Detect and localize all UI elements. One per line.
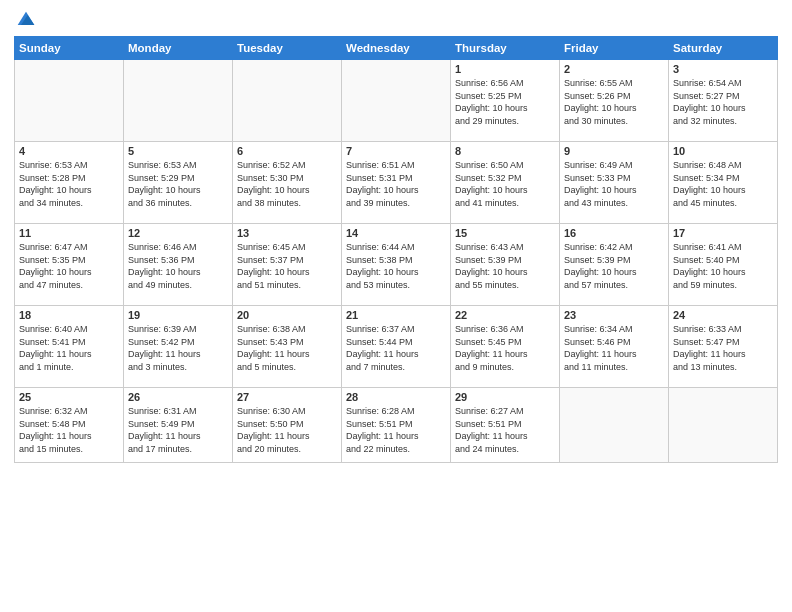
day-number: 23 [564, 309, 664, 321]
day-number: 16 [564, 227, 664, 239]
calendar-cell: 5Sunrise: 6:53 AM Sunset: 5:29 PM Daylig… [124, 142, 233, 224]
day-number: 9 [564, 145, 664, 157]
calendar-cell: 7Sunrise: 6:51 AM Sunset: 5:31 PM Daylig… [342, 142, 451, 224]
weekday-monday: Monday [124, 37, 233, 60]
day-number: 15 [455, 227, 555, 239]
day-info: Sunrise: 6:34 AM Sunset: 5:46 PM Dayligh… [564, 323, 664, 373]
day-info: Sunrise: 6:53 AM Sunset: 5:28 PM Dayligh… [19, 159, 119, 209]
day-number: 12 [128, 227, 228, 239]
calendar-cell: 18Sunrise: 6:40 AM Sunset: 5:41 PM Dayli… [15, 306, 124, 388]
day-number: 8 [455, 145, 555, 157]
day-info: Sunrise: 6:49 AM Sunset: 5:33 PM Dayligh… [564, 159, 664, 209]
calendar-cell: 27Sunrise: 6:30 AM Sunset: 5:50 PM Dayli… [233, 388, 342, 463]
day-number: 13 [237, 227, 337, 239]
calendar-cell: 16Sunrise: 6:42 AM Sunset: 5:39 PM Dayli… [560, 224, 669, 306]
day-info: Sunrise: 6:39 AM Sunset: 5:42 PM Dayligh… [128, 323, 228, 373]
weekday-saturday: Saturday [669, 37, 778, 60]
calendar-cell: 8Sunrise: 6:50 AM Sunset: 5:32 PM Daylig… [451, 142, 560, 224]
day-info: Sunrise: 6:37 AM Sunset: 5:44 PM Dayligh… [346, 323, 446, 373]
calendar-cell [560, 388, 669, 463]
day-number: 27 [237, 391, 337, 403]
day-info: Sunrise: 6:48 AM Sunset: 5:34 PM Dayligh… [673, 159, 773, 209]
day-info: Sunrise: 6:38 AM Sunset: 5:43 PM Dayligh… [237, 323, 337, 373]
calendar-cell: 1Sunrise: 6:56 AM Sunset: 5:25 PM Daylig… [451, 60, 560, 142]
day-info: Sunrise: 6:45 AM Sunset: 5:37 PM Dayligh… [237, 241, 337, 291]
day-info: Sunrise: 6:50 AM Sunset: 5:32 PM Dayligh… [455, 159, 555, 209]
calendar-cell: 29Sunrise: 6:27 AM Sunset: 5:51 PM Dayli… [451, 388, 560, 463]
day-info: Sunrise: 6:55 AM Sunset: 5:26 PM Dayligh… [564, 77, 664, 127]
logo [14, 10, 36, 30]
calendar-cell: 24Sunrise: 6:33 AM Sunset: 5:47 PM Dayli… [669, 306, 778, 388]
calendar-cell: 23Sunrise: 6:34 AM Sunset: 5:46 PM Dayli… [560, 306, 669, 388]
day-number: 21 [346, 309, 446, 321]
weekday-friday: Friday [560, 37, 669, 60]
weekday-header-row: SundayMondayTuesdayWednesdayThursdayFrid… [15, 37, 778, 60]
week-row-2: 4Sunrise: 6:53 AM Sunset: 5:28 PM Daylig… [15, 142, 778, 224]
day-info: Sunrise: 6:33 AM Sunset: 5:47 PM Dayligh… [673, 323, 773, 373]
day-number: 26 [128, 391, 228, 403]
day-info: Sunrise: 6:52 AM Sunset: 5:30 PM Dayligh… [237, 159, 337, 209]
day-number: 11 [19, 227, 119, 239]
day-number: 28 [346, 391, 446, 403]
calendar-cell: 12Sunrise: 6:46 AM Sunset: 5:36 PM Dayli… [124, 224, 233, 306]
header [14, 10, 778, 30]
day-number: 22 [455, 309, 555, 321]
calendar-table: SundayMondayTuesdayWednesdayThursdayFrid… [14, 36, 778, 463]
day-info: Sunrise: 6:46 AM Sunset: 5:36 PM Dayligh… [128, 241, 228, 291]
day-number: 5 [128, 145, 228, 157]
calendar-cell [342, 60, 451, 142]
day-number: 10 [673, 145, 773, 157]
calendar-cell: 15Sunrise: 6:43 AM Sunset: 5:39 PM Dayli… [451, 224, 560, 306]
day-info: Sunrise: 6:40 AM Sunset: 5:41 PM Dayligh… [19, 323, 119, 373]
day-number: 4 [19, 145, 119, 157]
day-info: Sunrise: 6:32 AM Sunset: 5:48 PM Dayligh… [19, 405, 119, 455]
calendar-cell: 25Sunrise: 6:32 AM Sunset: 5:48 PM Dayli… [15, 388, 124, 463]
day-number: 24 [673, 309, 773, 321]
week-row-4: 18Sunrise: 6:40 AM Sunset: 5:41 PM Dayli… [15, 306, 778, 388]
calendar-cell [233, 60, 342, 142]
calendar-cell: 6Sunrise: 6:52 AM Sunset: 5:30 PM Daylig… [233, 142, 342, 224]
day-info: Sunrise: 6:27 AM Sunset: 5:51 PM Dayligh… [455, 405, 555, 455]
day-info: Sunrise: 6:47 AM Sunset: 5:35 PM Dayligh… [19, 241, 119, 291]
day-number: 29 [455, 391, 555, 403]
day-info: Sunrise: 6:28 AM Sunset: 5:51 PM Dayligh… [346, 405, 446, 455]
calendar-cell: 19Sunrise: 6:39 AM Sunset: 5:42 PM Dayli… [124, 306, 233, 388]
day-number: 3 [673, 63, 773, 75]
day-info: Sunrise: 6:56 AM Sunset: 5:25 PM Dayligh… [455, 77, 555, 127]
page-container: SundayMondayTuesdayWednesdayThursdayFrid… [0, 0, 792, 469]
calendar-cell: 26Sunrise: 6:31 AM Sunset: 5:49 PM Dayli… [124, 388, 233, 463]
day-number: 19 [128, 309, 228, 321]
day-info: Sunrise: 6:41 AM Sunset: 5:40 PM Dayligh… [673, 241, 773, 291]
week-row-1: 1Sunrise: 6:56 AM Sunset: 5:25 PM Daylig… [15, 60, 778, 142]
day-info: Sunrise: 6:42 AM Sunset: 5:39 PM Dayligh… [564, 241, 664, 291]
weekday-wednesday: Wednesday [342, 37, 451, 60]
calendar-cell [124, 60, 233, 142]
day-number: 14 [346, 227, 446, 239]
day-number: 6 [237, 145, 337, 157]
weekday-sunday: Sunday [15, 37, 124, 60]
weekday-thursday: Thursday [451, 37, 560, 60]
day-info: Sunrise: 6:43 AM Sunset: 5:39 PM Dayligh… [455, 241, 555, 291]
calendar-cell: 17Sunrise: 6:41 AM Sunset: 5:40 PM Dayli… [669, 224, 778, 306]
week-row-5: 25Sunrise: 6:32 AM Sunset: 5:48 PM Dayli… [15, 388, 778, 463]
day-info: Sunrise: 6:54 AM Sunset: 5:27 PM Dayligh… [673, 77, 773, 127]
calendar-cell: 28Sunrise: 6:28 AM Sunset: 5:51 PM Dayli… [342, 388, 451, 463]
calendar-cell: 2Sunrise: 6:55 AM Sunset: 5:26 PM Daylig… [560, 60, 669, 142]
week-row-3: 11Sunrise: 6:47 AM Sunset: 5:35 PM Dayli… [15, 224, 778, 306]
day-number: 2 [564, 63, 664, 75]
calendar-cell: 22Sunrise: 6:36 AM Sunset: 5:45 PM Dayli… [451, 306, 560, 388]
day-info: Sunrise: 6:30 AM Sunset: 5:50 PM Dayligh… [237, 405, 337, 455]
calendar-cell: 3Sunrise: 6:54 AM Sunset: 5:27 PM Daylig… [669, 60, 778, 142]
day-number: 1 [455, 63, 555, 75]
day-number: 17 [673, 227, 773, 239]
day-number: 20 [237, 309, 337, 321]
day-number: 7 [346, 145, 446, 157]
day-info: Sunrise: 6:53 AM Sunset: 5:29 PM Dayligh… [128, 159, 228, 209]
logo-icon [16, 10, 36, 30]
calendar-cell: 21Sunrise: 6:37 AM Sunset: 5:44 PM Dayli… [342, 306, 451, 388]
calendar-cell: 20Sunrise: 6:38 AM Sunset: 5:43 PM Dayli… [233, 306, 342, 388]
day-info: Sunrise: 6:44 AM Sunset: 5:38 PM Dayligh… [346, 241, 446, 291]
day-info: Sunrise: 6:51 AM Sunset: 5:31 PM Dayligh… [346, 159, 446, 209]
weekday-tuesday: Tuesday [233, 37, 342, 60]
calendar-cell: 10Sunrise: 6:48 AM Sunset: 5:34 PM Dayli… [669, 142, 778, 224]
